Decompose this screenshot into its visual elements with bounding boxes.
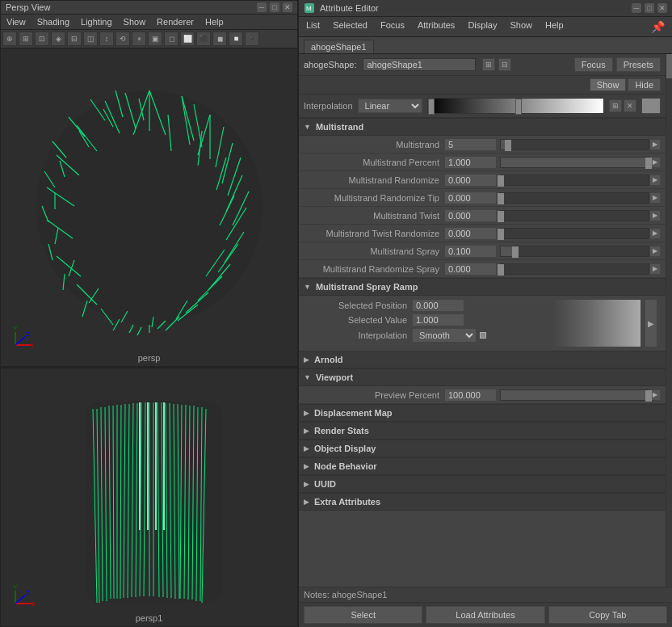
node-icon-btn-1[interactable]: ⊞ (482, 58, 495, 71)
toolbar-btn-15[interactable]: ◽ (229, 32, 243, 46)
section-render-stats[interactable]: ▶ Render Stats (299, 422, 666, 440)
attr-input-ms-twist[interactable] (444, 209, 497, 222)
ae-minimize-button[interactable]: ─ (632, 3, 641, 13)
menu-show[interactable]: Show (121, 16, 149, 27)
toolbar-btn-2[interactable]: ⊞ (19, 32, 33, 46)
toolbar-btn-4[interactable]: ◈ (51, 32, 65, 46)
ae-close-button[interactable]: ✕ (657, 3, 667, 13)
attr-input-ms-pct[interactable] (444, 156, 497, 169)
menu-shading[interactable]: Shading (35, 16, 72, 27)
maximize-button[interactable]: □ (270, 2, 279, 12)
attr-slider-ms-rand-tip[interactable] (500, 192, 649, 204)
ae-scrollbar-thumb[interactable] (666, 54, 672, 78)
attr-input-ms-twist-rand[interactable] (444, 227, 497, 240)
slider-end-ms-rand-tip[interactable]: ▶ (649, 192, 661, 204)
ae-tab-ahogeshape1[interactable]: ahogeShape1 (304, 40, 374, 53)
ae-menu-selected[interactable]: Selected (330, 19, 370, 34)
slider-handle-preview-pct[interactable] (645, 390, 652, 402)
minimize-button[interactable]: ─ (257, 2, 267, 12)
ae-menu-attributes[interactable]: Attributes (415, 19, 457, 34)
ae-scrollbar[interactable] (666, 54, 672, 587)
toolbar-btn-8[interactable]: ⟲ (116, 32, 130, 46)
ae-menu-help[interactable]: Help (543, 19, 566, 34)
attr-slider-multistrand[interactable] (500, 139, 649, 150)
ramp-edit-icon[interactable]: ⊞ (609, 99, 622, 112)
ramp-handle-mid[interactable] (515, 99, 522, 115)
attr-slider-preview-pct[interactable] (500, 389, 649, 401)
attr-input-multistrand[interactable] (444, 138, 497, 151)
ae-maximize-button[interactable]: □ (645, 3, 654, 13)
slider-end-ms-rand[interactable]: ▶ (649, 175, 661, 186)
toolbar-btn-16[interactable]: ◾ (245, 32, 259, 46)
toolbar-btn-3[interactable]: ⊡ (35, 32, 49, 46)
slider-end-multistrand[interactable]: ▶ (649, 139, 661, 150)
ae-pin-icon[interactable]: 📌 (649, 19, 667, 34)
toolbar-btn-13[interactable]: ⬛ (196, 32, 211, 46)
ramp-gradient-preview[interactable] (552, 299, 641, 347)
interpolation-select[interactable]: Linear None Smooth Spline (358, 99, 422, 113)
slider-handle-ms-twist[interactable] (498, 211, 504, 222)
ramp-position-input[interactable] (412, 299, 464, 312)
menu-view[interactable]: View (4, 16, 28, 27)
ramp-position-handle[interactable] (480, 332, 486, 339)
show-button[interactable]: Show (590, 78, 627, 91)
hide-button[interactable]: Hide (628, 78, 661, 91)
section-arnold[interactable]: ▶ Arnold (299, 351, 666, 368)
slider-handle-ms-rand-tip[interactable] (498, 193, 504, 204)
section-uuid[interactable]: ▶ UUID (299, 475, 666, 493)
node-name-input[interactable] (363, 58, 476, 71)
slider-handle-ms-rand[interactable] (498, 175, 504, 187)
node-icon-btn-2[interactable]: ⊟ (498, 58, 511, 71)
slider-handle-ms-twist-rand[interactable] (498, 229, 504, 240)
ae-menu-display[interactable]: Display (465, 19, 499, 34)
load-attributes-button[interactable]: Load Attributes (426, 606, 544, 624)
slider-handle-ms-rand-spray[interactable] (498, 264, 504, 276)
close-button[interactable]: ✕ (283, 2, 292, 12)
toolbar-btn-10[interactable]: ▣ (148, 32, 162, 46)
ramp-color-swatch[interactable] (641, 98, 661, 114)
section-viewport[interactable]: ▼ Viewport (299, 368, 666, 386)
slider-handle-ms-pct[interactable] (645, 158, 652, 169)
slider-end-ms-spray[interactable]: ▶ (649, 246, 661, 257)
section-spray-ramp[interactable]: ▼ Multistrand Spray Ramp (299, 278, 666, 296)
section-node-behavior[interactable]: ▶ Node Behavior (299, 457, 666, 475)
attr-slider-ms-twist-rand[interactable] (500, 228, 649, 239)
attr-slider-ms-spray[interactable] (500, 246, 649, 257)
section-multistrand[interactable]: ▼ Multistrand (299, 118, 666, 136)
attr-slider-ms-rand-spray[interactable] (500, 263, 649, 275)
focus-button[interactable]: Focus (574, 57, 613, 72)
attr-input-ms-rand-spray[interactable] (444, 263, 497, 276)
ae-menu-show[interactable]: Show (507, 19, 535, 34)
ae-menu-focus[interactable]: Focus (378, 19, 407, 34)
attr-input-ms-rand-tip[interactable] (444, 191, 497, 204)
slider-end-ms-rand-spray[interactable]: ▶ (649, 263, 661, 275)
ramp-handle-left[interactable] (428, 99, 435, 115)
ramp-delete-icon[interactable]: ✕ (624, 99, 636, 112)
attr-slider-ms-pct[interactable] (500, 157, 649, 168)
ramp-value-input[interactable] (412, 314, 464, 326)
ramp-bar[interactable] (427, 98, 604, 114)
attr-slider-ms-twist[interactable] (500, 210, 649, 221)
ramp-nav-next[interactable]: ▶ (645, 299, 657, 347)
toolbar-btn-1[interactable]: ⊕ (2, 32, 17, 46)
copy-tab-button[interactable]: Copy Tab (548, 606, 667, 624)
attr-input-ms-spray[interactable] (444, 245, 497, 258)
slider-end-ms-twist-rand[interactable]: ▶ (649, 228, 661, 239)
slider-end-ms-twist[interactable]: ▶ (649, 210, 661, 221)
ramp-interp-select[interactable]: Smooth None Linear Spline (412, 328, 477, 343)
menu-renderer[interactable]: Renderer (154, 16, 196, 27)
section-extra-attrs[interactable]: ▶ Extra Attributes (299, 493, 666, 511)
attr-input-preview-pct[interactable] (444, 389, 497, 402)
toolbar-btn-9[interactable]: ⌖ (132, 32, 146, 46)
section-object-display[interactable]: ▶ Object Display (299, 440, 666, 457)
menu-lighting[interactable]: Lighting (78, 16, 115, 27)
toolbar-btn-14[interactable]: ◼ (212, 32, 227, 46)
ae-menu-list[interactable]: List (304, 19, 322, 34)
toolbar-btn-11[interactable]: ◻ (164, 32, 178, 46)
presets-button[interactable]: Presets (616, 57, 661, 72)
attr-slider-ms-rand[interactable] (500, 175, 649, 186)
toolbar-btn-12[interactable]: ⬜ (180, 32, 195, 46)
menu-help[interactable]: Help (203, 16, 226, 27)
toolbar-btn-6[interactable]: ◫ (83, 32, 98, 46)
toolbar-btn-7[interactable]: ↕ (99, 32, 114, 46)
